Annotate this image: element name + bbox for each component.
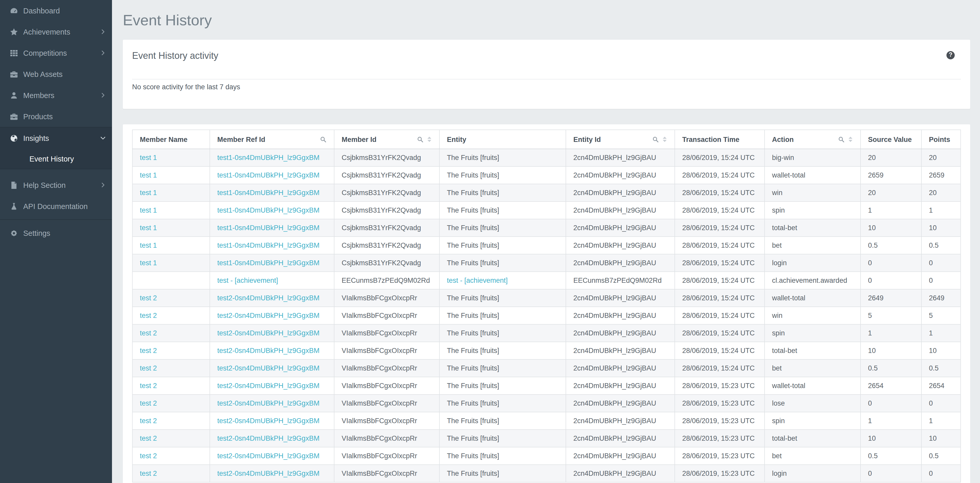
member-ref-id-link[interactable]: test1-0sn4DmUBkPH_lz9GgxBM: [217, 242, 320, 249]
member-name-link[interactable]: test 2: [140, 434, 157, 442]
member-name-link[interactable]: test 1: [140, 154, 157, 162]
member-ref-id-link[interactable]: test1-0sn4DmUBkPH_lz9GgxBM: [217, 259, 320, 267]
column-header-member-ref-id[interactable]: Member Ref Id: [210, 130, 334, 149]
member-ref-id-link[interactable]: test1-0sn4DmUBkPH_lz9GgxBM: [217, 207, 320, 214]
member-ref-id-cell: test2-0sn4DmUBkPH_lz9GgxBM: [210, 377, 334, 394]
action-cell: login: [765, 254, 861, 272]
member-ref-id-link[interactable]: test2-0sn4DmUBkPH_lz9GgxBM: [217, 452, 320, 460]
member-name-link[interactable]: test 1: [140, 242, 157, 249]
search-icon[interactable]: [652, 136, 659, 143]
member-name-cell: test 2: [132, 447, 210, 465]
member-ref-id-link[interactable]: test1-0sn4DmUBkPH_lz9GgxBM: [217, 189, 320, 197]
sort-icon[interactable]: [427, 136, 432, 143]
member-ref-id-link[interactable]: test1-0sn4DmUBkPH_lz9GgxBM: [217, 154, 320, 162]
member-ref-id-link[interactable]: test - [achievement]: [217, 276, 278, 284]
column-label: Source Value: [868, 135, 914, 143]
points-cell: 2649: [921, 289, 961, 307]
sidebar-item-help-section[interactable]: Help Section: [0, 175, 112, 195]
search-icon[interactable]: [417, 136, 424, 143]
member-ref-id-cell: test2-0sn4DmUBkPH_lz9GgxBM: [210, 289, 334, 307]
chevron-right-icon: [100, 50, 106, 56]
member-ref-id-link[interactable]: test2-0sn4DmUBkPH_lz9GgxBM: [217, 434, 320, 442]
member-name-link[interactable]: test 2: [140, 452, 157, 460]
member-name-cell: test 2: [132, 377, 210, 394]
sidebar-item-web-assets[interactable]: Web Assets: [0, 64, 112, 85]
points-cell: 1: [921, 202, 961, 219]
column-label: Transaction Time: [682, 135, 757, 143]
member-ref-id-link[interactable]: test2-0sn4DmUBkPH_lz9GgxBM: [217, 364, 320, 372]
sidebar-item-products[interactable]: Products: [0, 106, 112, 127]
entity-link[interactable]: test - [achievement]: [447, 276, 508, 284]
column-header-member-name[interactable]: Member Name: [132, 130, 210, 149]
column-header-action[interactable]: Action: [765, 130, 861, 149]
member-name-link[interactable]: test 2: [140, 347, 157, 354]
member-name-link[interactable]: test 2: [140, 294, 157, 302]
sidebar-item-competitions[interactable]: Competitions: [0, 42, 112, 64]
column-header-points[interactable]: Points: [921, 130, 961, 149]
sort-icon[interactable]: [848, 136, 853, 143]
column-header-entity-id[interactable]: Entity Id: [566, 130, 675, 149]
member-ref-id-cell: test2-0sn4DmUBkPH_lz9GgxBM: [210, 447, 334, 465]
member-ref-id-link[interactable]: test2-0sn4DmUBkPH_lz9GgxBM: [217, 329, 320, 337]
member-id-cell: EECunmsB7zPEdQ9M02Rd: [334, 272, 439, 289]
chevron-right-icon: [100, 29, 106, 35]
action-cell: total-bet: [765, 219, 861, 237]
member-name-link[interactable]: test 2: [140, 364, 157, 372]
entity-cell: The Fruits [fruits]: [439, 237, 566, 254]
member-ref-id-link[interactable]: test2-0sn4DmUBkPH_lz9GgxBM: [217, 382, 320, 389]
member-ref-id-link[interactable]: test2-0sn4DmUBkPH_lz9GgxBM: [217, 470, 320, 477]
member-name-link[interactable]: test 2: [140, 329, 157, 337]
chevron-down-icon: [100, 135, 106, 141]
sidebar-item-dashboard[interactable]: Dashboard: [0, 0, 112, 21]
entity-cell: The Fruits [fruits]: [439, 430, 566, 447]
entity-cell: The Fruits [fruits]: [439, 219, 566, 237]
action-cell: wallet-total: [765, 377, 861, 394]
entity-cell: The Fruits [fruits]: [439, 307, 566, 324]
member-ref-id-link[interactable]: test2-0sn4DmUBkPH_lz9GgxBM: [217, 399, 320, 407]
transaction-time-cell: 28/06/2019, 15:23 UTC: [675, 394, 765, 412]
grid-icon: [10, 49, 18, 57]
member-ref-id-link[interactable]: test1-0sn4DmUBkPH_lz9GgxBM: [217, 224, 320, 232]
sidebar-item-insights[interactable]: Insights: [0, 127, 112, 149]
member-name-cell: test 2: [132, 412, 210, 430]
member-name-link[interactable]: test 1: [140, 259, 157, 267]
sidebar-item-achievements[interactable]: Achievements: [0, 21, 112, 42]
member-name-link[interactable]: test 1: [140, 207, 157, 214]
member-ref-id-link[interactable]: test2-0sn4DmUBkPH_lz9GgxBM: [217, 312, 320, 319]
search-icon[interactable]: [838, 136, 845, 143]
column-header-entity[interactable]: Entity: [439, 130, 566, 149]
action-cell: total-bet: [765, 430, 861, 447]
member-name-link[interactable]: test 2: [140, 399, 157, 407]
points-cell: 10: [921, 219, 961, 237]
member-ref-id-link[interactable]: test2-0sn4DmUBkPH_lz9GgxBM: [217, 417, 320, 425]
member-name-link[interactable]: test 1: [140, 171, 157, 179]
member-name-link[interactable]: test 2: [140, 312, 157, 319]
column-header-member-id[interactable]: Member Id: [334, 130, 439, 149]
column-header-source-value[interactable]: Source Value: [861, 130, 921, 149]
member-ref-id-link[interactable]: test2-0sn4DmUBkPH_lz9GgxBM: [217, 347, 320, 354]
member-id-cell: CsjbkmsB31YrFK2Qvadg: [334, 184, 439, 202]
sidebar-item-api-documentation[interactable]: API Documentation: [0, 195, 112, 217]
sidebar-subitem-event-history[interactable]: Event History: [0, 149, 112, 169]
chevron-right-icon: [100, 92, 106, 98]
search-icon[interactable]: [320, 136, 327, 143]
briefcase-icon: [10, 70, 18, 78]
member-name-link[interactable]: test 2: [140, 417, 157, 425]
member-name-link[interactable]: test 2: [140, 470, 157, 477]
member-name-link[interactable]: test 1: [140, 189, 157, 197]
transaction-time-cell: 28/06/2019, 15:23 UTC: [675, 430, 765, 447]
sidebar-item-members[interactable]: Members: [0, 85, 112, 106]
member-name-link[interactable]: test 2: [140, 382, 157, 389]
member-ref-id-link[interactable]: test1-0sn4DmUBkPH_lz9GgxBM: [217, 171, 320, 179]
member-ref-id-link[interactable]: test2-0sn4DmUBkPH_lz9GgxBM: [217, 294, 320, 302]
entity-cell: The Fruits [fruits]: [439, 167, 566, 184]
column-header-transaction-time[interactable]: Transaction Time: [675, 130, 765, 149]
transaction-time-cell: 28/06/2019, 15:24 UTC: [675, 149, 765, 167]
member-name-link[interactable]: test 1: [140, 224, 157, 232]
sort-icon[interactable]: [662, 136, 667, 143]
entity-cell: The Fruits [fruits]: [439, 184, 566, 202]
member-id-cell: VIalkmsBbFCgxOIxcpRr: [334, 359, 439, 377]
sidebar-item-settings[interactable]: Settings: [0, 222, 112, 243]
help-icon[interactable]: ?: [947, 51, 955, 59]
entity-id-cell: 2cn4DmUBkPH_lz9GjBAU: [566, 167, 675, 184]
